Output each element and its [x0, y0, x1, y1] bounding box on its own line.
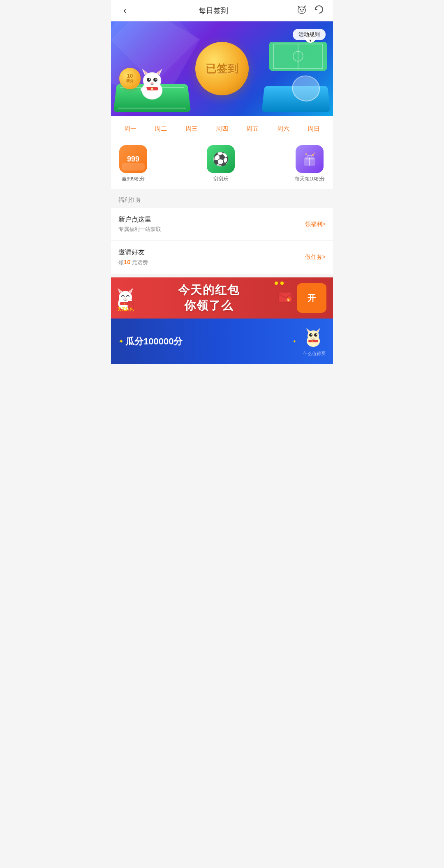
- sparkle-icon-1: ✦: [118, 337, 124, 345]
- bottom-cat-mascot: M: [301, 325, 326, 350]
- bottom-source-label: 什么值得买: [303, 351, 326, 358]
- reward-icon-soccer: ⚽: [207, 145, 235, 173]
- day-label-thursday: 周四: [216, 123, 228, 137]
- task-invite-action[interactable]: 做任务>: [305, 254, 326, 261]
- reward-icon-gift: [296, 145, 324, 173]
- reward-icon-999: 999: [119, 145, 147, 173]
- svg-point-30: [312, 154, 314, 156]
- task-new-user-content: 新户点这里 专属福利一站获取: [118, 215, 305, 233]
- svg-point-55: [311, 334, 312, 335]
- subtitle-highlight: 10: [124, 259, 131, 265]
- day-wednesday[interactable]: 周三: [176, 123, 207, 137]
- day-label-monday: 周一: [124, 123, 136, 137]
- bottom-text-row: ✦ 瓜分100000分 ✦: [118, 335, 296, 348]
- svg-point-8: [143, 72, 161, 89]
- task-invite-friend[interactable]: 邀请好友 领10 元话费 做任务>: [111, 241, 333, 274]
- task-invite-title: 邀请好友: [118, 248, 305, 257]
- red-packet-text-group: 今天的红包 你领了么: [140, 282, 278, 314]
- day-saturday[interactable]: 周六: [268, 123, 298, 137]
- header: ‹ 每日签到: [111, 0, 333, 21]
- bottom-right-group: M 什么值得买: [301, 325, 326, 358]
- red-packet-line2: 你领了么: [184, 298, 234, 314]
- daily-red-mascot: M 天天红包: [111, 284, 140, 312]
- welfare-section-header: 福利任务: [111, 192, 333, 208]
- reward-scratch[interactable]: ⚽ 刮刮乐: [207, 145, 235, 182]
- task-new-user-subtitle: 专属福利一站获取: [118, 226, 305, 233]
- days-row: 周一 周二 周三 周四 周五 周六 周日: [111, 123, 333, 137]
- gold-dots-decoration: [275, 282, 284, 285]
- svg-point-13: [147, 78, 151, 82]
- reward-999-label: 赢999积分: [122, 175, 145, 182]
- gold-dot-2: [280, 282, 284, 285]
- svg-point-56: [316, 334, 317, 335]
- open-red-packet-button[interactable]: 开: [297, 283, 326, 313]
- day-label-sunday: 周日: [308, 123, 320, 137]
- reward-daily-points[interactable]: 每天领10积分: [295, 145, 325, 182]
- day-tuesday[interactable]: 周二: [146, 123, 176, 137]
- back-button[interactable]: ‹: [118, 5, 132, 16]
- page-title: 每日签到: [132, 6, 295, 16]
- coin-number: 10: [127, 73, 133, 78]
- gold-dot-1: [275, 282, 278, 285]
- svg-point-14: [153, 78, 157, 82]
- day-monday[interactable]: 周一: [115, 123, 146, 137]
- subtitle-suffix: 元话费: [131, 259, 148, 265]
- day-label-wednesday: 周三: [185, 123, 198, 137]
- day-label-saturday: 周六: [277, 123, 289, 137]
- svg-point-53: [309, 333, 312, 337]
- svg-text:M: M: [312, 340, 313, 342]
- task-new-user[interactable]: 新户点这里 专属福利一站获取 领福利>: [111, 208, 333, 241]
- open-btn-label: 开: [308, 293, 316, 304]
- svg-point-16: [155, 78, 157, 80]
- brand-label: 天天红包: [111, 307, 140, 312]
- svg-point-5: [303, 9, 304, 10]
- svg-text:M: M: [124, 302, 125, 305]
- sign-in-banner: 活动规则 10 积分: [111, 21, 333, 116]
- days-section: 周一 周二 周三 周四 周五 周六 周日: [111, 116, 333, 141]
- reward-999-points[interactable]: 999 赢999积分: [119, 145, 147, 182]
- bottom-text-group: ✦ 瓜分100000分 ✦: [118, 335, 296, 348]
- svg-point-17: [151, 82, 153, 84]
- task-new-user-action[interactable]: 领福利>: [305, 221, 326, 228]
- signed-text: 已签到: [206, 62, 239, 76]
- reward-scratch-label: 刮刮乐: [213, 175, 228, 182]
- cat-icon[interactable]: [295, 4, 308, 18]
- soccer-emoji: ⚽: [213, 151, 229, 167]
- refresh-button[interactable]: [312, 4, 326, 17]
- subtitle-prefix: 领: [118, 259, 124, 265]
- sparkle-icon-2: ✦: [293, 339, 296, 344]
- task-new-user-title: 新户点这里: [118, 215, 305, 224]
- bottom-share-text: 瓜分100000分: [125, 335, 291, 348]
- day-label-friday: 周五: [246, 123, 259, 137]
- gold-coin[interactable]: 已签到: [195, 42, 249, 95]
- header-right-icons: [295, 4, 326, 18]
- envelope-icon: ¥: [278, 290, 293, 306]
- svg-point-21: [141, 87, 147, 92]
- cat-mascot: M: [136, 66, 169, 103]
- day-thursday[interactable]: 周四: [207, 123, 237, 137]
- svg-point-57: [312, 337, 314, 339]
- day-friday[interactable]: 周五: [237, 123, 268, 137]
- rewards-row: 999 赢999积分 ⚽ 刮刮乐 每天领10积分: [111, 141, 333, 189]
- svg-point-32: [305, 153, 308, 155]
- svg-text:¥: ¥: [287, 298, 289, 302]
- welfare-title: 福利任务: [118, 196, 141, 203]
- svg-point-54: [314, 333, 317, 337]
- red-packet-line1: 今天的红包: [178, 282, 240, 298]
- bottom-banner[interactable]: ✦ 瓜分100000分 ✦ M 什么值得买: [111, 319, 333, 364]
- svg-text:M: M: [151, 88, 153, 90]
- reward-daily-label: 每天领10积分: [295, 175, 325, 182]
- task-invite-content: 邀请好友 领10 元话费: [118, 248, 305, 266]
- svg-point-31: [314, 152, 315, 154]
- activity-rules-button[interactable]: 活动规则: [293, 29, 326, 40]
- red-packet-banner[interactable]: M 天天红包 今天的红包 你领了么 ¥ 开: [111, 277, 333, 319]
- svg-point-15: [149, 78, 150, 80]
- coin-unit: 积分: [126, 78, 134, 84]
- right-platform: [261, 86, 330, 112]
- svg-point-39: [124, 298, 126, 299]
- day-label-tuesday: 周二: [155, 123, 167, 137]
- task-invite-subtitle: 领10 元话费: [118, 259, 305, 266]
- svg-point-4: [300, 9, 301, 10]
- reward-999-number: 999: [127, 155, 139, 164]
- day-sunday[interactable]: 周日: [298, 123, 329, 137]
